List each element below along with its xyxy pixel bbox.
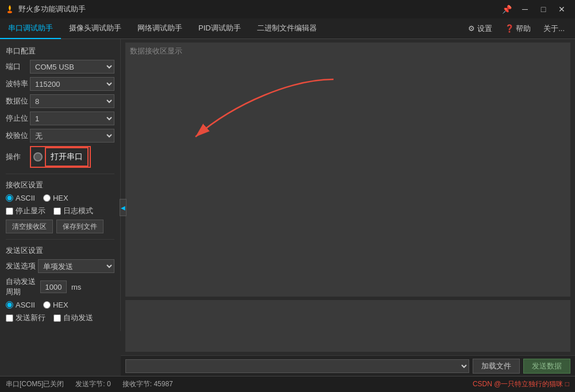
- auto-period-input[interactable]: [40, 280, 67, 293]
- content-area: 数据接收区显示 加载文件 发送数据: [121, 39, 575, 376]
- divider-1: [6, 174, 114, 174]
- receive-settings-title: 接收区设置: [6, 180, 114, 190]
- port-label: 端口: [6, 62, 30, 72]
- parity-label: 校验位: [6, 130, 30, 141]
- stop-bits-select[interactable]: 1: [30, 112, 114, 125]
- tab-pid[interactable]: PID调试助手: [190, 18, 249, 39]
- receive-display[interactable]: 数据接收区显示: [125, 43, 570, 297]
- load-file-button[interactable]: 加载文件: [473, 359, 520, 374]
- tab-binary-editor[interactable]: 二进制文件编辑器: [249, 18, 325, 39]
- title-bar: 野火多功能调试助手 📌 ─ □ ✕: [0, 0, 575, 18]
- main-layout: 串口配置 端口 COM5 USB 波特率 115200 数据位 8: [0, 39, 575, 376]
- op-label: 操作: [6, 152, 30, 162]
- port-row: 端口 COM5 USB: [6, 60, 114, 74]
- port-control: 打开串口: [30, 146, 91, 168]
- receive-encoding-row: ASCII HEX: [6, 194, 114, 202]
- sidebar-wrapper: 串口配置 端口 COM5 USB 波特率 115200 数据位 8: [0, 39, 121, 376]
- send-bar-select[interactable]: [125, 359, 469, 373]
- stop-display-checkbox[interactable]: 停止显示: [6, 206, 45, 216]
- pin-button[interactable]: 📌: [500, 3, 513, 16]
- send-bytes-section: 发送字节: 0: [75, 379, 110, 389]
- baud-row: 波特率 115200: [6, 77, 114, 91]
- recv-bytes-label: 接收字节:: [122, 380, 152, 388]
- data-bits-label: 数据位: [6, 96, 30, 106]
- csdn-link[interactable]: CSDN @一只特立独行的猫咪 □: [473, 379, 569, 389]
- send-options-row: 发送新行 自动发送: [6, 313, 114, 323]
- receive-options-row: 停止显示 日志模式: [6, 206, 114, 216]
- parity-row: 校验位 无: [6, 129, 114, 143]
- send-display[interactable]: [125, 300, 570, 352]
- send-ascii-radio[interactable]: ASCII: [6, 301, 35, 309]
- log-mode-checkbox[interactable]: 日志模式: [53, 206, 93, 216]
- port-status-text: 串口[COM5]已关闭: [6, 379, 64, 389]
- send-option-row: 发送选项 单项发送 多项发送: [6, 259, 114, 273]
- receive-display-label: 数据接收区显示: [130, 46, 182, 56]
- divider-2: [6, 239, 114, 240]
- app-title: 野火多功能调试助手: [18, 4, 500, 14]
- auto-period-row: 自动发送周期 ms: [6, 276, 114, 297]
- parity-select[interactable]: 无: [30, 129, 114, 143]
- window-controls: ─ □ ✕: [516, 3, 570, 16]
- auto-period-label: 自动发送周期: [6, 276, 38, 297]
- status-bar: 串口[COM5]已关闭 发送字节: 0 接收字节: 45987 CSDN @一只…: [0, 376, 575, 392]
- send-option-label: 发送选项: [6, 261, 38, 271]
- tab-serial[interactable]: 串口调试助手: [0, 18, 61, 39]
- data-bits-select[interactable]: 8: [30, 94, 114, 108]
- send-encoding-row: ASCII HEX: [6, 301, 114, 309]
- send-bytes-value: 0: [107, 380, 111, 388]
- send-bytes-label: 发送字节:: [75, 380, 105, 388]
- menu-bar-right: ⚙ 设置 ❓ 帮助 关于...: [462, 21, 575, 37]
- baud-label: 波特率: [6, 79, 30, 89]
- baud-select[interactable]: 115200: [30, 77, 114, 91]
- svg-point-0: [7, 11, 12, 13]
- data-bits-row: 数据位 8: [6, 94, 114, 108]
- receive-btn-row: 清空接收区 保存到文件: [6, 220, 114, 233]
- tab-camera[interactable]: 摄像头调试助手: [61, 18, 129, 39]
- receive-hex-radio[interactable]: HEX: [43, 194, 68, 202]
- send-newline-checkbox[interactable]: 发送新行: [6, 313, 45, 323]
- clear-receive-button[interactable]: 清空接收区: [6, 220, 53, 233]
- auto-send-checkbox[interactable]: 自动发送: [53, 313, 93, 323]
- port-select[interactable]: COM5 USB: [30, 60, 114, 74]
- settings-button[interactable]: ⚙ 设置: [462, 21, 498, 37]
- save-to-file-button[interactable]: 保存到文件: [56, 220, 103, 233]
- auto-period-unit: ms: [71, 283, 81, 291]
- open-port-button[interactable]: 打开串口: [46, 148, 87, 166]
- sidebar: 串口配置 端口 COM5 USB 波特率 115200 数据位 8: [0, 39, 121, 331]
- close-button[interactable]: ✕: [553, 3, 570, 16]
- send-data-button[interactable]: 发送数据: [523, 359, 570, 374]
- recv-bytes-section: 接收字节: 45987: [122, 379, 173, 389]
- maximize-button[interactable]: □: [535, 3, 552, 16]
- receive-ascii-radio[interactable]: ASCII: [6, 194, 35, 202]
- stop-bits-label: 停止位: [6, 113, 30, 124]
- sidebar-collapse-btn[interactable]: ◀: [120, 199, 126, 216]
- recv-bytes-value: 45987: [154, 380, 172, 388]
- menu-bar: 串口调试助手 摄像头调试助手 网络调试助手 PID调试助手 二进制文件编辑器 ⚙…: [0, 18, 575, 39]
- app-icon: [5, 4, 15, 14]
- send-option-select[interactable]: 单项发送 多项发送: [38, 259, 114, 273]
- minimize-button[interactable]: ─: [516, 3, 534, 16]
- send-bar: 加载文件 发送数据: [121, 355, 575, 376]
- stop-bits-row: 停止位 1: [6, 112, 114, 125]
- send-settings-title: 发送区设置: [6, 245, 114, 256]
- help-button[interactable]: ❓ 帮助: [499, 21, 537, 37]
- status-right: CSDN @一只特立独行的猫咪 □: [473, 379, 569, 389]
- port-status-indicator: [33, 152, 43, 162]
- about-button[interactable]: 关于...: [538, 21, 570, 37]
- tab-network[interactable]: 网络调试助手: [129, 18, 190, 39]
- serial-config-title: 串口配置: [6, 46, 114, 56]
- op-row: 操作 打开串口: [6, 146, 114, 168]
- send-hex-radio[interactable]: HEX: [43, 301, 68, 309]
